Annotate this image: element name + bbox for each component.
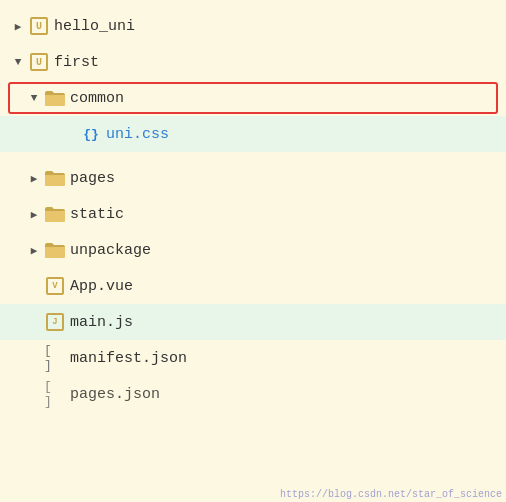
- chevron-icon[interactable]: ▶: [24, 204, 44, 224]
- chevron-icon[interactable]: ▶: [24, 168, 44, 188]
- folder-icon: [44, 239, 66, 261]
- chevron-icon[interactable]: ▶: [24, 240, 44, 260]
- chevron-icon[interactable]: ▼: [24, 88, 44, 108]
- chevron-icon[interactable]: ▼: [8, 52, 28, 72]
- json-file-icon: [ ]: [44, 347, 66, 369]
- tree-item-first[interactable]: ▼ U first: [0, 44, 506, 80]
- tree-item-label: uni.css: [106, 126, 169, 143]
- tree-item-main-js[interactable]: J main.js: [0, 304, 506, 340]
- chevron-placeholder: [24, 312, 44, 332]
- tree-item-manifest-json[interactable]: [ ] manifest.json: [0, 340, 506, 376]
- tree-item-static[interactable]: ▶ static: [0, 196, 506, 232]
- chevron-icon[interactable]: ▶: [8, 16, 28, 36]
- vue-file-icon: V: [44, 275, 66, 297]
- watermark-text: https://blog.csdn.net/star_of_science: [280, 489, 502, 500]
- tree-item-label: unpackage: [70, 242, 151, 259]
- tree-item-label: manifest.json: [70, 350, 187, 367]
- tree-item-label: main.js: [70, 314, 133, 331]
- tree-item-label: static: [70, 206, 124, 223]
- tree-item-label: first: [54, 54, 99, 71]
- chevron-placeholder: [24, 348, 44, 368]
- tree-item-label: App.vue: [70, 278, 133, 295]
- uni-icon: U: [28, 51, 50, 73]
- tree-item-hello-uni[interactable]: ▶ U hello_uni: [0, 8, 506, 44]
- tree-item-unpackage[interactable]: ▶ unpackage: [0, 232, 506, 268]
- chevron-placeholder: [60, 124, 80, 144]
- tree-item-label: common: [70, 90, 124, 107]
- file-tree: ▶ U hello_uni ▼ U first ▼ common: [0, 0, 506, 420]
- folder-icon: [44, 87, 66, 109]
- tree-item-pages-json[interactable]: [ ] pages.json: [0, 376, 506, 412]
- uni-icon: U: [28, 15, 50, 37]
- common-row-wrapper: ▼ common: [0, 80, 506, 116]
- chevron-placeholder: [24, 384, 44, 404]
- json-file-icon: [ ]: [44, 383, 66, 405]
- tree-item-label: pages.json: [70, 386, 160, 403]
- tree-item-common[interactable]: ▼ common: [0, 80, 506, 116]
- tree-item-uni-css[interactable]: {} uni.css: [0, 116, 506, 152]
- spacer: [0, 152, 506, 160]
- folder-icon: [44, 167, 66, 189]
- tree-item-label: pages: [70, 170, 115, 187]
- chevron-placeholder: [24, 276, 44, 296]
- tree-item-pages[interactable]: ▶ pages: [0, 160, 506, 196]
- tree-item-app-vue[interactable]: V App.vue: [0, 268, 506, 304]
- css-icon: {}: [80, 123, 102, 145]
- folder-icon: [44, 203, 66, 225]
- js-file-icon: J: [44, 311, 66, 333]
- tree-item-label: hello_uni: [54, 18, 135, 35]
